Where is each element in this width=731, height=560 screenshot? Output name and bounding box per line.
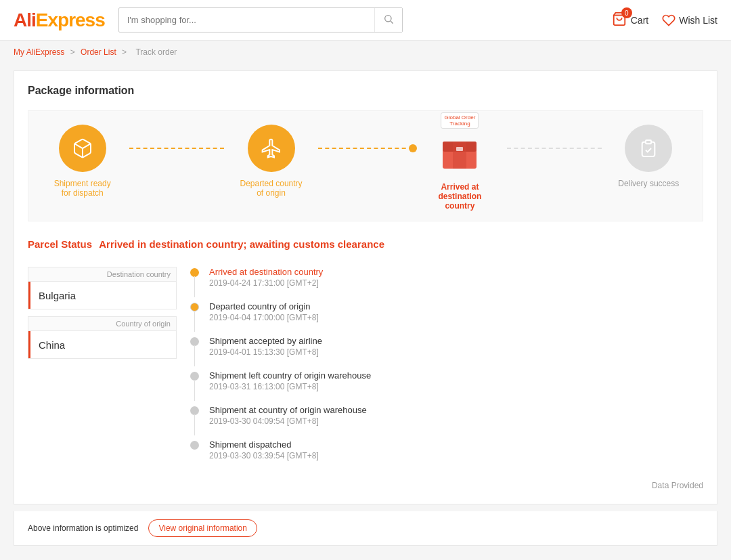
timeline-content: Departed country of origin 2019-04-04 17… [209, 301, 319, 322]
timeline-dot [190, 303, 199, 311]
timeline-event: Shipment dispatched [209, 439, 319, 450]
cart-icon-wrap: 0 [612, 12, 627, 28]
timeline-content: Arrived at destination country 2019-04-2… [209, 267, 323, 288]
clipboard-check-icon [638, 137, 659, 159]
timeline-item: Departed country of origin 2019-04-04 17… [190, 301, 703, 322]
view-original-button[interactable]: View original information [148, 519, 257, 537]
svg-rect-8 [646, 140, 651, 144]
progress-line-2 [318, 148, 412, 149]
timeline-time: 2019-04-01 15:13:30 [GMT+8] [209, 347, 322, 357]
footer-info-text: Above information is optimized [28, 523, 138, 533]
breadcrumb-orders[interactable]: Order List [81, 47, 116, 57]
timeline: Arrived at destination country 2019-04-2… [190, 267, 703, 474]
cart-button[interactable]: 0 Cart [612, 12, 648, 28]
timeline-dot [190, 372, 199, 381]
origin-label: Country of origin [28, 317, 176, 331]
cart-badge: 0 [621, 7, 632, 18]
timeline-content: Shipment dispatched 2019-03-30 03:39:54 … [209, 439, 319, 460]
timeline-content: Shipment left country of origin warehous… [209, 370, 371, 391]
timeline-time: 2019-04-24 17:31:00 [GMT+2] [209, 278, 323, 288]
search-icon [383, 14, 394, 24]
search-container [118, 7, 403, 33]
breadcrumb-sep2: > [122, 47, 127, 57]
heart-icon [662, 14, 675, 27]
svg-rect-7 [456, 147, 463, 151]
footer-bar: Above information is optimized View orig… [14, 511, 717, 546]
destination-card: Destination country Bulgaria [28, 267, 177, 309]
departed-label: Departed country of origin [238, 179, 305, 198]
progress-line-3 [507, 148, 601, 149]
breadcrumb-home[interactable]: My AliExpress [14, 47, 64, 57]
page-title: Package information [28, 85, 703, 97]
progress-tracker: Shipment ready for dispatch Departed cou… [28, 110, 703, 221]
data-provider: Data Provided [28, 481, 703, 490]
tracking-section: Destination country Bulgaria Country of … [28, 267, 703, 474]
timeline-dot [190, 441, 199, 450]
timeline-dot [190, 268, 199, 277]
timeline-item: Shipment at country of origin warehouse … [190, 405, 703, 426]
parcel-status-text: Arrived in destination country; awaiting… [99, 238, 384, 250]
search-input[interactable] [119, 9, 374, 30]
departed-icon-circle [248, 125, 295, 172]
timeline-event: Arrived at destination country [209, 267, 323, 277]
arrived-label: Arrived at destination country [426, 182, 493, 211]
breadcrumb: My AliExpress > Order List > Track order [0, 41, 731, 64]
timeline-time: 2019-03-30 04:09:54 [GMT+8] [209, 416, 367, 426]
timeline-dot [190, 406, 199, 415]
box-icon [72, 137, 93, 159]
header: AliExpress 0 Cart Wish List [0, 0, 731, 41]
origin-value: China [28, 331, 176, 358]
package-icon [433, 125, 487, 179]
timeline-content: Shipment accepted by airline 2019-04-01 … [209, 336, 322, 357]
delivery-label: Delivery success [618, 179, 679, 188]
plane-icon [261, 137, 282, 159]
timeline-event: Shipment left country of origin warehous… [209, 370, 371, 381]
timeline-time: 2019-04-04 17:00:00 [GMT+8] [209, 313, 319, 322]
timeline-time: 2019-03-30 03:39:54 [GMT+8] [209, 451, 319, 460]
cart-label: Cart [631, 15, 648, 26]
svg-rect-6 [453, 142, 466, 169]
breadcrumb-current: Track order [135, 47, 177, 57]
arrived-illustration: Global OrderTracking [433, 125, 487, 179]
timeline-content: Shipment at country of origin warehouse … [209, 405, 367, 426]
progress-step-delivery: Delivery success [602, 125, 696, 188]
progress-step-departed: Departed country of origin [224, 125, 318, 198]
parcel-status-prefix: Parcel Status [28, 238, 92, 250]
timeline-item: Shipment left country of origin warehous… [190, 370, 703, 391]
parcel-status: Parcel Status Arrived in destination cou… [28, 238, 703, 250]
origin-card: Country of origin China [28, 316, 177, 359]
location-cards: Destination country Bulgaria Country of … [28, 267, 177, 474]
progress-line-1 [129, 148, 223, 149]
breadcrumb-sep1: > [70, 47, 75, 57]
search-button[interactable] [374, 8, 402, 32]
dispatch-icon-circle [59, 125, 106, 172]
header-right: 0 Cart Wish List [612, 12, 717, 28]
timeline-item: Arrived at destination country 2019-04-2… [190, 267, 703, 288]
timeline-item: Shipment accepted by airline 2019-04-01 … [190, 336, 703, 357]
progress-step-dispatch: Shipment ready for dispatch [35, 125, 129, 198]
wishlist-label: Wish List [679, 15, 717, 26]
logo: AliExpress [14, 9, 105, 31]
timeline-event: Shipment at country of origin warehouse [209, 405, 367, 415]
destination-value: Bulgaria [28, 282, 176, 309]
delivery-icon-circle [625, 125, 672, 172]
main-content: Package information Shipment ready for d… [14, 70, 717, 504]
timeline-event: Shipment accepted by airline [209, 336, 322, 346]
progress-step-arrived: Global OrderTracking Arrived at destinat… [413, 125, 507, 211]
wishlist-button[interactable]: Wish List [662, 14, 717, 27]
destination-label: Destination country [28, 267, 176, 282]
timeline-dot [190, 337, 199, 346]
dispatch-label: Shipment ready for dispatch [49, 179, 116, 198]
timeline-event: Departed country of origin [209, 301, 319, 311]
timeline-item: Shipment dispatched 2019-03-30 03:39:54 … [190, 439, 703, 460]
svg-line-1 [391, 21, 393, 24]
timeline-time: 2019-03-31 16:13:00 [GMT+8] [209, 382, 371, 391]
svg-point-0 [384, 16, 391, 22]
